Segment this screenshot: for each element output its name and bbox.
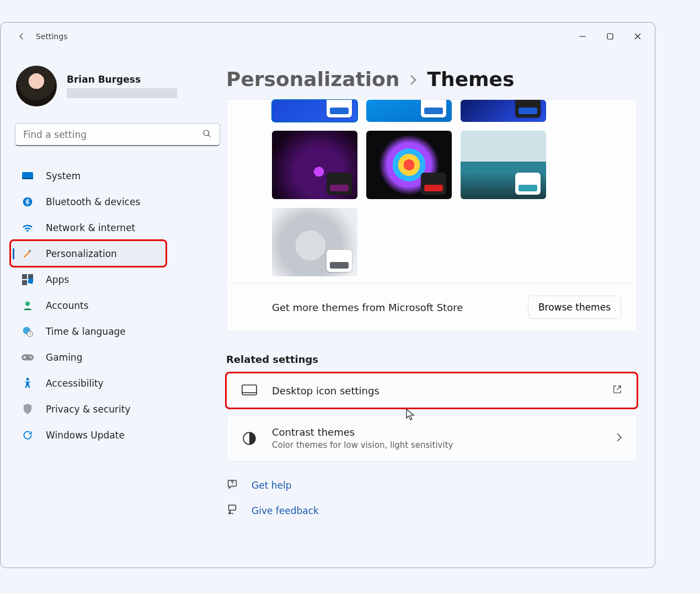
theme-swatch <box>327 173 352 195</box>
accessibility-icon <box>22 377 34 389</box>
privacy-icon <box>22 403 34 415</box>
nav-label: Windows Update <box>46 430 125 441</box>
theme-tile[interactable] <box>272 100 357 122</box>
nav-privacy[interactable]: Privacy & security <box>10 396 217 422</box>
chevron-right-icon <box>616 432 622 445</box>
theme-tile[interactable] <box>461 100 546 122</box>
svg-rect-5 <box>22 178 33 179</box>
bluetooth-icon <box>22 196 34 208</box>
svg-rect-10 <box>22 280 27 285</box>
sidebar: Brian Burgess <box>1 50 224 568</box>
theme-tile[interactable] <box>272 131 357 199</box>
breadcrumb-parent[interactable]: Personalization <box>226 68 399 90</box>
feedback-link-text[interactable]: Give feedback <box>252 505 319 516</box>
get-help-link[interactable]: Get help <box>226 478 637 493</box>
nav-label: Bluetooth & devices <box>46 196 140 207</box>
feedback-icon <box>226 504 239 518</box>
main-content: Personalization Themes <box>224 50 655 568</box>
desktop-icon <box>241 384 258 397</box>
help-links: Get help Give feedback <box>226 478 637 518</box>
svg-point-2 <box>204 130 209 136</box>
theme-swatch <box>421 173 446 195</box>
contrast-themes-row[interactable]: Contrast themes Color themes for low vis… <box>226 415 637 462</box>
system-icon <box>22 170 34 182</box>
related-settings-title: Related settings <box>226 354 637 365</box>
theme-tile[interactable] <box>366 100 452 122</box>
svg-point-18 <box>26 378 29 381</box>
theme-swatch <box>515 100 541 117</box>
nav-label: System <box>46 170 81 181</box>
svg-rect-8 <box>22 274 27 279</box>
svg-point-23 <box>228 512 231 514</box>
close-button[interactable] <box>624 25 651 47</box>
nav-accounts[interactable]: Accounts <box>10 292 217 318</box>
browse-label: Get more themes from Microsoft Store <box>272 302 463 313</box>
nav-bluetooth[interactable]: Bluetooth & devices <box>10 189 217 215</box>
network-icon <box>22 222 34 234</box>
nav-label: Personalization <box>46 248 117 259</box>
chevron-right-icon <box>409 68 417 90</box>
svg-point-17 <box>31 357 33 358</box>
theme-tile[interactable] <box>272 208 357 276</box>
help-link-text[interactable]: Get help <box>252 480 291 491</box>
nav-label: Network & internet <box>46 222 135 233</box>
accounts-icon <box>22 299 34 312</box>
nav-label: Accessibility <box>46 378 104 389</box>
back-button[interactable] <box>10 25 33 47</box>
profile-name: Brian Burgess <box>67 74 177 85</box>
search-icon <box>202 129 212 141</box>
browse-themes-button[interactable]: Browse themes <box>528 296 621 319</box>
theme-swatch <box>515 173 541 195</box>
breadcrumb: Personalization Themes <box>226 68 637 90</box>
settings-window: Settings Brian Burgess <box>0 22 655 568</box>
nav-update[interactable]: Windows Update <box>10 422 217 448</box>
theme-tile[interactable] <box>366 131 452 199</box>
setting-subtitle: Color themes for low vision, light sensi… <box>272 440 601 450</box>
contrast-icon <box>241 431 258 446</box>
breadcrumb-current: Themes <box>427 68 514 90</box>
minimize-button[interactable] <box>569 25 596 47</box>
nav-personalization[interactable]: Personalization <box>10 240 166 266</box>
theme-swatch <box>327 250 352 272</box>
nav-system[interactable]: System <box>10 163 217 189</box>
svg-point-22 <box>232 485 232 485</box>
nav-label: Accounts <box>46 300 89 311</box>
gaming-icon <box>22 351 34 363</box>
apps-icon <box>22 274 34 286</box>
nav-label: Time & language <box>46 326 126 337</box>
search-box[interactable] <box>15 123 220 146</box>
svg-line-3 <box>208 135 210 137</box>
svg-point-16 <box>29 356 31 357</box>
setting-title: Desktop icon settings <box>272 385 598 397</box>
search-input[interactable] <box>23 129 202 140</box>
external-link-icon <box>612 384 622 397</box>
profile-block[interactable]: Brian Burgess <box>10 60 217 120</box>
nav-list: System Bluetooth & devices Network & int… <box>10 163 217 448</box>
svg-point-12 <box>25 301 30 306</box>
maximize-button[interactable] <box>596 25 624 47</box>
setting-title: Contrast themes <box>272 426 601 438</box>
windows-update-icon <box>22 429 34 441</box>
give-feedback-link[interactable]: Give feedback <box>226 504 637 518</box>
nav-gaming[interactable]: Gaming <box>10 344 217 370</box>
theme-grid <box>227 100 637 283</box>
themes-panel: Get more themes from Microsoft Store Bro… <box>226 99 637 331</box>
nav-label: Privacy & security <box>46 404 131 415</box>
help-icon <box>226 478 239 493</box>
theme-swatch <box>421 100 446 117</box>
nav-time-language[interactable]: Time & language <box>10 318 217 344</box>
time-language-icon <box>22 325 34 338</box>
app-title: Settings <box>36 32 67 41</box>
nav-accessibility[interactable]: Accessibility <box>10 370 217 396</box>
browse-row: Get more themes from Microsoft Store Bro… <box>227 283 637 331</box>
svg-rect-19 <box>242 385 257 395</box>
desktop-icon-settings-row[interactable]: Desktop icon settings <box>226 373 637 408</box>
avatar <box>16 66 57 106</box>
theme-tile[interactable] <box>461 131 546 199</box>
nav-network[interactable]: Network & internet <box>10 215 217 240</box>
nav-label: Apps <box>46 274 69 285</box>
titlebar: Settings <box>1 23 655 50</box>
svg-rect-1 <box>607 34 613 39</box>
nav-apps[interactable]: Apps <box>10 266 217 292</box>
personalization-icon <box>22 248 34 260</box>
